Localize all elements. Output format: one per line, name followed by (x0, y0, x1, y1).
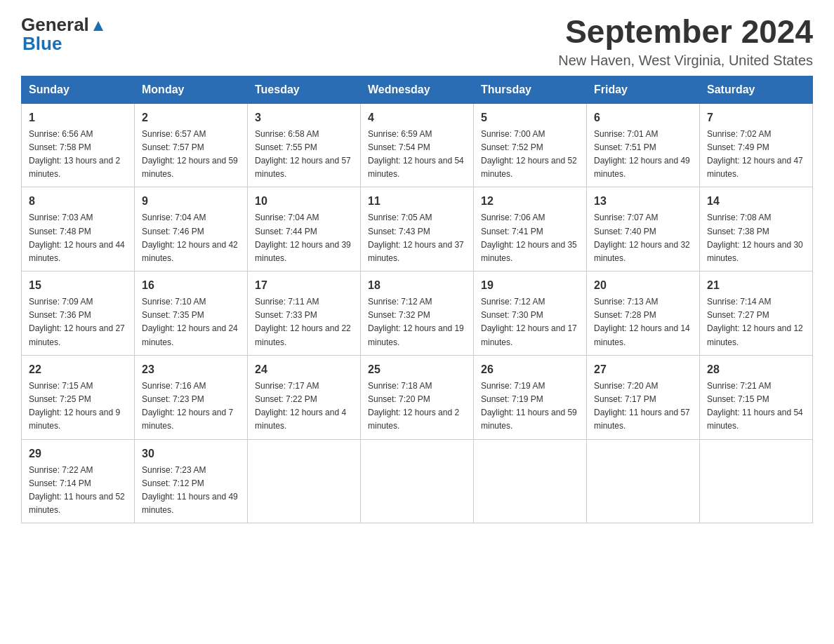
weekday-header-sunday: Sunday (22, 76, 135, 103)
day-number: 4 (368, 109, 466, 126)
day-number: 13 (594, 193, 692, 210)
day-info: Sunrise: 7:21 AMSunset: 7:15 PMDaylight:… (707, 381, 803, 431)
day-info: Sunrise: 7:11 AMSunset: 7:33 PMDaylight:… (255, 297, 351, 347)
calendar-cell: 9 Sunrise: 7:04 AMSunset: 7:46 PMDayligh… (135, 187, 248, 271)
weekday-header-wednesday: Wednesday (361, 76, 474, 103)
day-info: Sunrise: 7:06 AMSunset: 7:41 PMDaylight:… (481, 213, 577, 263)
day-info: Sunrise: 7:22 AMSunset: 7:14 PMDaylight:… (29, 465, 125, 516)
day-number: 19 (481, 277, 579, 294)
calendar-cell (587, 439, 700, 523)
calendar-cell (361, 439, 474, 523)
calendar-week-row: 15 Sunrise: 7:09 AMSunset: 7:36 PMDaylig… (22, 271, 813, 356)
calendar-cell (700, 439, 813, 523)
day-number: 23 (142, 361, 240, 378)
weekday-header-saturday: Saturday (700, 76, 813, 103)
day-number: 27 (594, 361, 692, 378)
day-info: Sunrise: 7:19 AMSunset: 7:19 PMDaylight:… (481, 381, 577, 431)
calendar-week-row: 22 Sunrise: 7:15 AMSunset: 7:25 PMDaylig… (22, 355, 813, 439)
weekday-header-friday: Friday (587, 76, 700, 103)
day-number: 25 (368, 361, 466, 378)
logo-triangle-icon (91, 18, 106, 34)
calendar-cell: 1 Sunrise: 6:56 AMSunset: 7:58 PMDayligh… (22, 103, 135, 187)
calendar-cell: 25 Sunrise: 7:18 AMSunset: 7:20 PMDaylig… (361, 355, 474, 439)
calendar-cell: 11 Sunrise: 7:05 AMSunset: 7:43 PMDaylig… (361, 187, 474, 271)
calendar-cell: 22 Sunrise: 7:15 AMSunset: 7:25 PMDaylig… (22, 355, 135, 439)
day-info: Sunrise: 7:18 AMSunset: 7:20 PMDaylight:… (368, 381, 459, 431)
calendar-cell: 24 Sunrise: 7:17 AMSunset: 7:22 PMDaylig… (248, 355, 361, 439)
day-info: Sunrise: 7:15 AMSunset: 7:25 PMDaylight:… (29, 381, 120, 431)
day-info: Sunrise: 7:05 AMSunset: 7:43 PMDaylight:… (368, 213, 464, 263)
calendar-cell: 26 Sunrise: 7:19 AMSunset: 7:19 PMDaylig… (474, 355, 587, 439)
calendar-week-row: 8 Sunrise: 7:03 AMSunset: 7:48 PMDayligh… (22, 187, 813, 271)
day-number: 9 (142, 193, 240, 210)
day-number: 14 (707, 193, 805, 210)
calendar-cell: 19 Sunrise: 7:12 AMSunset: 7:30 PMDaylig… (474, 271, 587, 356)
day-number: 12 (481, 193, 579, 210)
calendar-cell: 6 Sunrise: 7:01 AMSunset: 7:51 PMDayligh… (587, 103, 700, 187)
logo: General Blue (21, 14, 106, 55)
calendar-table: SundayMondayTuesdayWednesdayThursdayFrid… (21, 76, 813, 524)
day-number: 22 (29, 361, 127, 378)
weekday-header-row: SundayMondayTuesdayWednesdayThursdayFrid… (22, 76, 813, 103)
logo-blue-text: Blue (22, 33, 62, 54)
day-info: Sunrise: 7:20 AMSunset: 7:17 PMDaylight:… (594, 381, 690, 431)
calendar-cell: 20 Sunrise: 7:13 AMSunset: 7:28 PMDaylig… (587, 271, 700, 356)
day-info: Sunrise: 7:23 AMSunset: 7:12 PMDaylight:… (142, 465, 238, 516)
weekday-header-tuesday: Tuesday (248, 76, 361, 103)
day-info: Sunrise: 7:12 AMSunset: 7:30 PMDaylight:… (481, 297, 577, 347)
calendar-cell: 23 Sunrise: 7:16 AMSunset: 7:23 PMDaylig… (135, 355, 248, 439)
calendar-cell: 28 Sunrise: 7:21 AMSunset: 7:15 PMDaylig… (700, 355, 813, 439)
day-info: Sunrise: 7:17 AMSunset: 7:22 PMDaylight:… (255, 381, 346, 431)
calendar-cell: 5 Sunrise: 7:00 AMSunset: 7:52 PMDayligh… (474, 103, 587, 187)
day-number: 1 (29, 109, 127, 126)
day-info: Sunrise: 7:01 AMSunset: 7:51 PMDaylight:… (594, 129, 690, 180)
day-info: Sunrise: 7:04 AMSunset: 7:46 PMDaylight:… (142, 213, 238, 263)
calendar-body: 1 Sunrise: 6:56 AMSunset: 7:58 PMDayligh… (22, 103, 813, 523)
weekday-header-thursday: Thursday (474, 76, 587, 103)
day-number: 2 (142, 109, 240, 126)
calendar-cell: 13 Sunrise: 7:07 AMSunset: 7:40 PMDaylig… (587, 187, 700, 271)
calendar-header: SundayMondayTuesdayWednesdayThursdayFrid… (22, 76, 813, 103)
calendar-cell: 7 Sunrise: 7:02 AMSunset: 7:49 PMDayligh… (700, 103, 813, 187)
calendar-cell (248, 439, 361, 523)
day-info: Sunrise: 7:08 AMSunset: 7:38 PMDaylight:… (707, 213, 803, 263)
calendar-cell: 16 Sunrise: 7:10 AMSunset: 7:35 PMDaylig… (135, 271, 248, 356)
calendar-cell: 17 Sunrise: 7:11 AMSunset: 7:33 PMDaylig… (248, 271, 361, 356)
calendar-cell: 21 Sunrise: 7:14 AMSunset: 7:27 PMDaylig… (700, 271, 813, 356)
day-info: Sunrise: 7:03 AMSunset: 7:48 PMDaylight:… (29, 213, 125, 263)
day-number: 6 (594, 109, 692, 126)
calendar-cell: 14 Sunrise: 7:08 AMSunset: 7:38 PMDaylig… (700, 187, 813, 271)
calendar-cell (474, 439, 587, 523)
day-number: 15 (29, 277, 127, 294)
day-number: 8 (29, 193, 127, 210)
calendar-cell: 4 Sunrise: 6:59 AMSunset: 7:54 PMDayligh… (361, 103, 474, 187)
calendar-cell: 10 Sunrise: 7:04 AMSunset: 7:44 PMDaylig… (248, 187, 361, 271)
day-number: 16 (142, 277, 240, 294)
calendar-cell: 2 Sunrise: 6:57 AMSunset: 7:57 PMDayligh… (135, 103, 248, 187)
svg-marker-0 (93, 21, 103, 31)
day-number: 29 (29, 445, 127, 462)
day-info: Sunrise: 7:09 AMSunset: 7:36 PMDaylight:… (29, 297, 125, 347)
day-info: Sunrise: 7:10 AMSunset: 7:35 PMDaylight:… (142, 297, 238, 347)
day-number: 18 (368, 277, 466, 294)
day-number: 3 (255, 109, 353, 126)
day-number: 24 (255, 361, 353, 378)
month-title: September 2024 (558, 14, 813, 50)
day-number: 21 (707, 277, 805, 294)
day-number: 17 (255, 277, 353, 294)
calendar-cell: 29 Sunrise: 7:22 AMSunset: 7:14 PMDaylig… (22, 439, 135, 523)
day-number: 11 (368, 193, 466, 210)
location-title: New Haven, West Virginia, United States (558, 53, 813, 69)
calendar-cell: 8 Sunrise: 7:03 AMSunset: 7:48 PMDayligh… (22, 187, 135, 271)
day-info: Sunrise: 6:59 AMSunset: 7:54 PMDaylight:… (368, 129, 464, 180)
day-number: 20 (594, 277, 692, 294)
page-header: General Blue September 2024 New Haven, W… (21, 14, 813, 69)
day-number: 7 (707, 109, 805, 126)
day-info: Sunrise: 6:56 AMSunset: 7:58 PMDaylight:… (29, 129, 120, 180)
calendar-week-row: 1 Sunrise: 6:56 AMSunset: 7:58 PMDayligh… (22, 103, 813, 187)
day-info: Sunrise: 7:07 AMSunset: 7:40 PMDaylight:… (594, 213, 690, 263)
day-info: Sunrise: 7:14 AMSunset: 7:27 PMDaylight:… (707, 297, 803, 347)
day-info: Sunrise: 7:02 AMSunset: 7:49 PMDaylight:… (707, 129, 803, 180)
day-info: Sunrise: 7:16 AMSunset: 7:23 PMDaylight:… (142, 381, 233, 431)
day-number: 28 (707, 361, 805, 378)
